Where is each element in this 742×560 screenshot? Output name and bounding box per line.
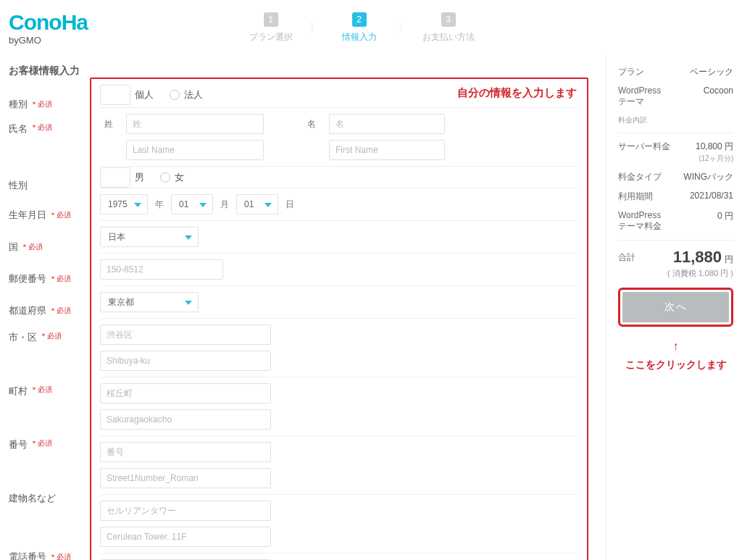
label-name: 氏名＊必須 [9,118,90,172]
progress-steps: 1 プラン選択 〉 2 情報入力 〉 3 お支払い方法 [109,12,610,43]
step-payment: 3 お支払い方法 [422,12,475,43]
radio-icon [160,172,170,183]
annotation-redbox: 自分の情報を入力します 個人 法人 [90,78,588,560]
summary-tax: ( 消費税 1,080 円 ) [618,268,733,279]
input-mei[interactable] [329,114,445,134]
select-prefecture[interactable]: 東京都 [100,292,199,312]
label-country: 国＊必須 [9,231,90,263]
select-day[interactable]: 01 [236,194,278,214]
input-sei[interactable] [126,114,264,134]
label-sei: 姓 [100,118,117,130]
label-bldg: 建物名など [9,488,90,541]
radio-icon [100,85,130,105]
chevron-down-icon [185,235,192,240]
step-info: 2 情報入力 [334,12,385,43]
annotation-next-frame: 次へ [618,288,733,327]
select-country[interactable]: 日本 [100,227,199,247]
summary-plan: プランベーシック [618,66,733,78]
radio-icon [170,90,180,100]
input-building-en[interactable] [100,527,271,547]
header: ConoHa byGMO 1 プラン選択 〉 2 情報入力 〉 3 お支払い方法 [9,7,733,54]
input-city-en[interactable] [100,351,271,371]
summary-type: 料金タイプWINGパック [618,171,733,183]
chevron-right-icon: 〉 [398,20,409,35]
chevron-down-icon [185,301,192,305]
radio-icon [100,167,130,188]
summary-theme: WordPress テーマCocoon [618,85,733,108]
step-1-label: プラン選択 [246,31,296,43]
radio-male[interactable]: 男 [100,167,144,188]
label-type: 種別＊必須 [9,91,90,118]
summary-period: 利用期間2021/08/31 [618,191,733,203]
label-gender: 性別 [9,172,90,199]
radio-individual[interactable]: 個人 [100,85,154,105]
radio-female[interactable]: 女 [160,171,184,184]
logo: ConoHa byGMO [9,10,88,46]
summary-server: サーバー料金 10,800 円(12ヶ月分) [618,141,733,164]
input-town-en[interactable] [100,409,271,430]
label-street: 番号＊必須 [9,434,90,488]
logo-sub: byGMO [9,35,41,46]
input-city-jp[interactable] [100,325,271,345]
annotation-redbox-text: 自分の情報を入力します [457,86,577,100]
step-2-label: 情報入力 [334,31,385,43]
label-mei: 名 [303,118,320,130]
annotation-click-text: ここをクリックします [618,359,733,372]
step-3-badge: 3 [441,12,456,27]
step-2-badge: 2 [352,12,367,27]
input-town-jp[interactable] [100,383,271,404]
label-postal: 郵便番号＊必須 [9,263,90,295]
next-button[interactable]: 次へ [622,292,729,322]
step-1-badge: 1 [264,12,278,27]
step-3-label: お支払い方法 [422,31,475,43]
section-title: お客様情報入力 [9,64,588,78]
input-last-name[interactable] [126,140,264,160]
chevron-down-icon [134,203,141,207]
select-month[interactable]: 01 [171,194,213,214]
radio-corporate[interactable]: 法人 [170,88,203,101]
input-street-en[interactable] [100,468,271,488]
chevron-right-icon: 〉 [309,20,321,35]
summary-total: 合計 11,880円 [618,248,733,267]
input-street-jp[interactable] [100,442,271,462]
summary-wptheme: WordPress テーマ料金0 円 [618,210,733,233]
label-town: 町村＊必須 [9,380,90,434]
input-first-name[interactable] [329,140,445,160]
label-city: 市・区＊必須 [9,327,90,380]
label-pref: 都道府県＊必須 [9,295,90,327]
select-year[interactable]: 1975 [100,194,148,214]
input-postal[interactable] [100,259,223,280]
chevron-down-icon [264,203,272,207]
step-plan: 1 プラン選択 [246,12,296,43]
input-building-jp[interactable] [100,501,271,521]
chevron-down-icon [199,203,207,207]
label-tel: 電話番号＊必須 [9,541,90,560]
summary-breakdown-label: 料金内訳 [618,115,733,125]
label-dob: 生年月日＊必須 [9,199,90,231]
summary-sidebar: プランベーシック WordPress テーマCocoon 料金内訳 サーバー料金… [606,54,733,560]
annotation-arrow-up-icon: ↑ [618,340,733,353]
